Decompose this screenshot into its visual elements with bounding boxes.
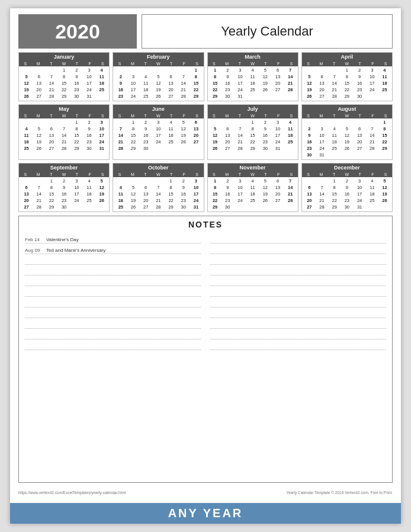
day-cell: · <box>316 178 328 184</box>
day-cell: 17 <box>234 191 246 197</box>
note-line <box>210 329 386 339</box>
day-cell: 24 <box>353 197 365 204</box>
day-cell: 20 <box>190 132 202 139</box>
day-header-cell: F <box>84 61 97 66</box>
day-cell: 2 <box>140 119 152 126</box>
day-cell: 9 <box>140 126 152 132</box>
day-cell: 27 <box>303 204 316 210</box>
day-cell: 23 <box>221 86 234 93</box>
day-header-cell: T <box>45 172 58 177</box>
day-cell: · <box>95 93 108 100</box>
day-header-cell: W <box>341 61 354 66</box>
day-header-cell: M <box>220 113 233 118</box>
day-cell: · <box>221 119 234 126</box>
month-name: February <box>113 53 203 61</box>
day-cell: 2 <box>259 119 271 126</box>
day-cell: 13 <box>20 191 33 197</box>
day-cell: 10 <box>70 184 83 191</box>
day-cell: 6 <box>271 67 284 73</box>
day-cell: 13 <box>165 80 177 86</box>
day-cell: 29 <box>190 93 202 100</box>
note-line <box>210 297 386 307</box>
day-header-cell: T <box>327 61 341 66</box>
day-cell: 15 <box>246 132 259 139</box>
day-cell: 22 <box>378 139 391 145</box>
day-cell: 9 <box>114 80 127 86</box>
day-cell: 13 <box>221 132 234 139</box>
day-cell: · <box>114 178 127 184</box>
day-cell: 1 <box>58 67 70 73</box>
day-cell: 25 <box>378 86 391 93</box>
day-header-cell: T <box>354 61 367 66</box>
day-cell: 20 <box>221 139 234 145</box>
month-block-april: AprilSMTWTFS···1234567891011121314151617… <box>301 52 393 101</box>
day-cell: 3 <box>271 119 284 126</box>
month-name: April <box>302 53 392 61</box>
day-cell: 5 <box>20 73 33 80</box>
day-header-row: SMTWTFS <box>19 172 109 177</box>
day-cell: 30 <box>70 93 83 100</box>
day-cell: 17 <box>366 80 378 86</box>
note-line <box>25 318 201 329</box>
day-cell: 21 <box>284 80 297 86</box>
day-cell: 11 <box>140 80 152 86</box>
day-cell: 25 <box>140 93 152 100</box>
day-cell: 26 <box>95 197 108 204</box>
day-cell: · <box>366 93 378 100</box>
day-cell: 31 <box>271 145 284 152</box>
day-cell: 17 <box>316 139 328 145</box>
day-cell: 21 <box>316 197 328 204</box>
day-cell: · <box>152 145 165 152</box>
day-cell: 18 <box>284 132 297 139</box>
day-cell: · <box>177 67 190 73</box>
note-line <box>210 286 386 297</box>
day-cell: 23 <box>114 93 127 100</box>
day-header-cell: T <box>165 113 178 118</box>
day-cell: 17 <box>234 80 246 86</box>
day-cell: 11 <box>114 191 127 197</box>
day-cell: 5 <box>303 73 316 80</box>
note-line <box>210 318 386 329</box>
day-cell: 29 <box>70 145 83 152</box>
day-header-cell: F <box>272 61 285 66</box>
day-cell: 14 <box>114 132 127 139</box>
notes-content: Feb 14Valentine's DayAug 09Ted and Marie… <box>25 233 386 479</box>
day-cell: 2 <box>58 178 70 184</box>
day-cell: 23 <box>140 139 152 145</box>
day-header-cell: S <box>208 113 221 118</box>
day-cell: 31 <box>234 93 246 100</box>
day-header-cell: W <box>341 113 354 118</box>
day-cell: 11 <box>20 132 33 139</box>
day-header-cell: M <box>126 113 139 118</box>
day-header-cell: M <box>32 61 45 66</box>
day-cell: 4 <box>20 126 33 132</box>
day-cell: 3 <box>95 119 108 126</box>
day-header-row: SMTWTFS <box>208 61 298 66</box>
day-cell: 26 <box>33 145 45 152</box>
day-cell: 18 <box>140 86 152 93</box>
day-cell: 26 <box>209 145 221 152</box>
day-header-cell: M <box>32 113 45 118</box>
day-cell: 4 <box>140 73 152 80</box>
day-cell: · <box>165 67 177 73</box>
day-header-cell: S <box>208 61 221 66</box>
day-cell: 6 <box>303 184 316 191</box>
day-cell: · <box>114 67 127 73</box>
day-cell: 5 <box>341 126 353 132</box>
day-cell: 30 <box>58 204 70 210</box>
day-header-row: SMTWTFS <box>302 61 392 66</box>
days-grid: ··12345678910111213141516171819202122232… <box>19 177 109 211</box>
note-date: Aug 09 <box>25 248 44 253</box>
note-line <box>25 329 201 339</box>
day-cell: 20 <box>303 197 316 204</box>
day-header-cell: W <box>152 113 165 118</box>
month-block-june: JuneSMTWTFS·1234567891011121314151617181… <box>113 104 204 160</box>
day-cell: 18 <box>165 132 177 139</box>
day-cell: 20 <box>33 86 45 93</box>
day-cell: 14 <box>33 191 45 197</box>
note-text: Ted and Marie's Anniversary <box>46 248 105 253</box>
any-year-banner: ANY YEAR <box>10 503 401 524</box>
day-cell: 31 <box>190 204 202 210</box>
day-cell: 2 <box>83 119 95 126</box>
day-cell: 28 <box>328 93 341 100</box>
